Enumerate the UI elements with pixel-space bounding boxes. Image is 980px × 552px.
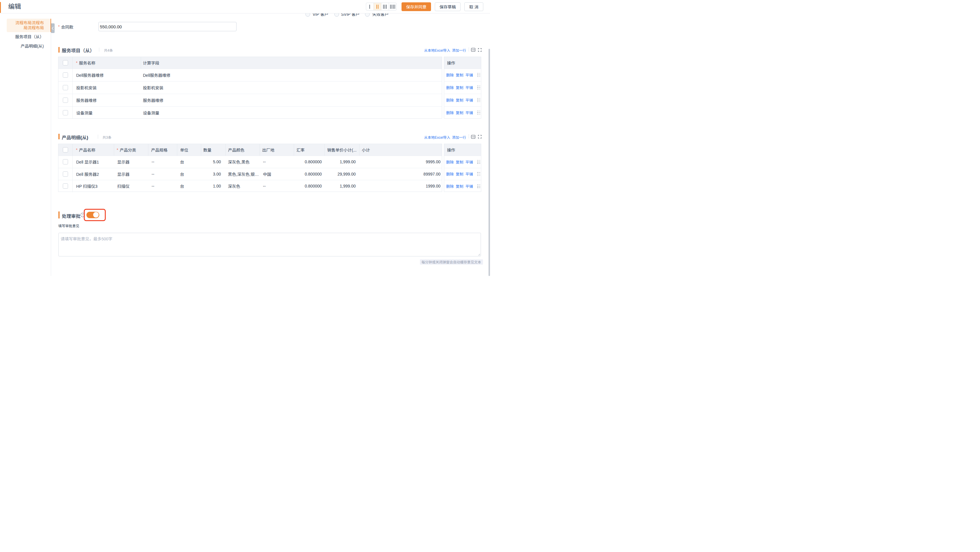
svg-text:?: ? [82, 213, 83, 216]
